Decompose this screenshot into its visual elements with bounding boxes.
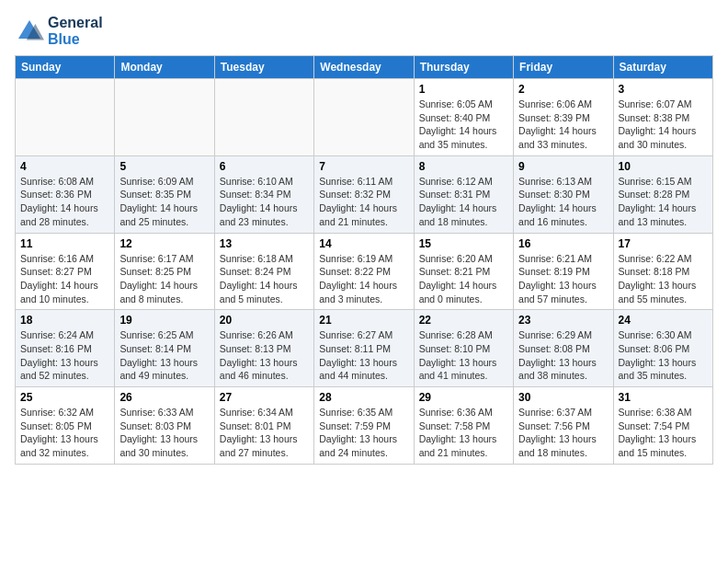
calendar-cell: 6Sunrise: 6:10 AMSunset: 8:34 PMDaylight… — [214, 155, 313, 233]
sunset-text: Sunset: 8:01 PM — [220, 420, 291, 431]
sunrise-text: Sunrise: 6:06 AM — [518, 98, 592, 109]
weekday-header-wednesday: Wednesday — [314, 56, 414, 79]
day-info: Sunrise: 6:11 AMSunset: 8:32 PMDaylight:… — [319, 175, 408, 229]
day-info: Sunrise: 6:20 AMSunset: 8:21 PMDaylight:… — [419, 252, 508, 306]
sunset-text: Sunset: 8:13 PM — [220, 343, 291, 354]
daylight-text: Daylight: 13 hours and 38 minutes. — [518, 357, 597, 382]
daylight-text: Daylight: 14 hours and 10 minutes. — [20, 280, 98, 304]
sunrise-text: Sunrise: 6:17 AM — [119, 253, 193, 264]
sunrise-text: Sunrise: 6:38 AM — [619, 407, 692, 418]
sunset-text: Sunset: 8:39 PM — [518, 112, 590, 123]
sunset-text: Sunset: 7:54 PM — [619, 420, 690, 431]
sunrise-text: Sunrise: 6:09 AM — [119, 176, 193, 187]
daylight-text: Daylight: 13 hours and 27 minutes. — [220, 433, 298, 458]
daylight-text: Daylight: 13 hours and 35 minutes. — [619, 357, 697, 382]
calendar-cell: 29Sunrise: 6:36 AMSunset: 7:58 PMDayligh… — [414, 387, 513, 465]
sunrise-text: Sunrise: 6:15 AM — [619, 176, 692, 187]
day-info: Sunrise: 6:05 AMSunset: 8:40 PMDaylight:… — [419, 98, 508, 152]
calendar-cell: 16Sunrise: 6:21 AMSunset: 8:19 PMDayligh… — [514, 233, 613, 310]
sunset-text: Sunset: 8:27 PM — [20, 266, 92, 277]
calendar-cell — [214, 79, 313, 156]
daylight-text: Daylight: 14 hours and 35 minutes. — [419, 125, 497, 150]
day-number: 30 — [518, 391, 608, 404]
sunrise-text: Sunrise: 6:05 AM — [419, 98, 493, 109]
day-info: Sunrise: 6:37 AMSunset: 7:56 PMDaylight:… — [518, 406, 608, 460]
day-number: 14 — [319, 237, 408, 250]
sunset-text: Sunset: 8:03 PM — [119, 420, 191, 431]
daylight-text: Daylight: 14 hours and 21 minutes. — [319, 202, 397, 227]
day-info: Sunrise: 6:15 AMSunset: 8:28 PMDaylight:… — [619, 175, 708, 229]
sunrise-text: Sunrise: 6:11 AM — [319, 176, 392, 187]
calendar-cell: 15Sunrise: 6:20 AMSunset: 8:21 PMDayligh… — [414, 233, 513, 310]
calendar-cell: 24Sunrise: 6:30 AMSunset: 8:06 PMDayligh… — [613, 310, 712, 387]
daylight-text: Daylight: 13 hours and 21 minutes. — [419, 433, 497, 458]
calendar-cell: 18Sunrise: 6:24 AMSunset: 8:16 PMDayligh… — [16, 310, 115, 387]
sunrise-text: Sunrise: 6:27 AM — [319, 329, 392, 340]
day-number: 11 — [20, 237, 109, 250]
sunrise-text: Sunrise: 6:12 AM — [419, 176, 493, 187]
sunset-text: Sunset: 8:32 PM — [319, 189, 391, 200]
daylight-text: Daylight: 13 hours and 15 minutes. — [619, 433, 697, 458]
calendar-cell: 8Sunrise: 6:12 AMSunset: 8:31 PMDaylight… — [414, 155, 513, 233]
day-number: 26 — [119, 391, 209, 404]
sunrise-text: Sunrise: 6:21 AM — [518, 253, 592, 264]
sunset-text: Sunset: 8:10 PM — [419, 343, 491, 354]
sunset-text: Sunset: 7:59 PM — [319, 420, 391, 431]
weekday-header-thursday: Thursday — [414, 56, 513, 79]
sunset-text: Sunset: 8:14 PM — [119, 343, 191, 354]
sunrise-text: Sunrise: 6:29 AM — [518, 329, 592, 340]
sunrise-text: Sunrise: 6:30 AM — [619, 329, 692, 340]
day-number: 7 — [319, 160, 408, 173]
day-info: Sunrise: 6:22 AMSunset: 8:18 PMDaylight:… — [619, 252, 708, 306]
calendar-cell: 13Sunrise: 6:18 AMSunset: 8:24 PMDayligh… — [214, 233, 313, 310]
calendar-cell — [16, 79, 115, 156]
daylight-text: Daylight: 13 hours and 49 minutes. — [119, 357, 198, 382]
calendar-cell — [115, 79, 214, 156]
day-info: Sunrise: 6:10 AMSunset: 8:34 PMDaylight:… — [220, 175, 309, 229]
calendar-cell: 10Sunrise: 6:15 AMSunset: 8:28 PMDayligh… — [613, 155, 712, 233]
day-number: 2 — [518, 83, 608, 96]
calendar-week-5: 25Sunrise: 6:32 AMSunset: 8:05 PMDayligh… — [16, 387, 713, 465]
logo-icon — [15, 17, 44, 46]
calendar-cell: 19Sunrise: 6:25 AMSunset: 8:14 PMDayligh… — [115, 310, 214, 387]
sunrise-text: Sunrise: 6:07 AM — [619, 98, 692, 109]
daylight-text: Daylight: 13 hours and 18 minutes. — [518, 433, 597, 458]
calendar-week-4: 18Sunrise: 6:24 AMSunset: 8:16 PMDayligh… — [16, 310, 713, 387]
daylight-text: Daylight: 13 hours and 30 minutes. — [119, 433, 198, 458]
day-number: 20 — [220, 314, 309, 327]
sunrise-text: Sunrise: 6:33 AM — [119, 407, 193, 418]
sunset-text: Sunset: 8:24 PM — [220, 266, 291, 277]
calendar-cell — [314, 79, 414, 156]
day-info: Sunrise: 6:29 AMSunset: 8:08 PMDaylight:… — [518, 328, 608, 383]
sunrise-text: Sunrise: 6:16 AM — [20, 253, 94, 264]
sunset-text: Sunset: 7:56 PM — [518, 420, 590, 431]
calendar-cell: 5Sunrise: 6:09 AMSunset: 8:35 PMDaylight… — [115, 155, 214, 233]
day-number: 8 — [419, 160, 508, 173]
sunset-text: Sunset: 8:25 PM — [119, 266, 191, 277]
sunset-text: Sunset: 8:35 PM — [119, 189, 191, 200]
daylight-text: Daylight: 13 hours and 44 minutes. — [319, 357, 397, 382]
day-number: 29 — [419, 391, 508, 404]
daylight-text: Daylight: 14 hours and 33 minutes. — [518, 125, 597, 150]
calendar-cell: 2Sunrise: 6:06 AMSunset: 8:39 PMDaylight… — [514, 79, 613, 156]
day-info: Sunrise: 6:24 AMSunset: 8:16 PMDaylight:… — [20, 328, 109, 383]
weekday-header-tuesday: Tuesday — [214, 56, 313, 79]
day-info: Sunrise: 6:13 AMSunset: 8:30 PMDaylight:… — [518, 175, 608, 229]
weekday-header-monday: Monday — [115, 56, 214, 79]
day-number: 10 — [619, 160, 708, 173]
page-header: General Blue — [15, 15, 713, 48]
calendar-cell: 22Sunrise: 6:28 AMSunset: 8:10 PMDayligh… — [414, 310, 513, 387]
logo-text: General Blue — [48, 15, 103, 48]
day-info: Sunrise: 6:33 AMSunset: 8:03 PMDaylight:… — [119, 406, 209, 460]
day-number: 12 — [119, 237, 209, 250]
calendar-table: SundayMondayTuesdayWednesdayThursdayFrid… — [15, 55, 713, 465]
day-info: Sunrise: 6:07 AMSunset: 8:38 PMDaylight:… — [619, 98, 708, 152]
calendar-week-3: 11Sunrise: 6:16 AMSunset: 8:27 PMDayligh… — [16, 233, 713, 310]
day-number: 27 — [220, 391, 309, 404]
calendar-cell: 31Sunrise: 6:38 AMSunset: 7:54 PMDayligh… — [613, 387, 712, 465]
sunrise-text: Sunrise: 6:37 AM — [518, 407, 592, 418]
sunset-text: Sunset: 8:28 PM — [619, 189, 690, 200]
day-info: Sunrise: 6:27 AMSunset: 8:11 PMDaylight:… — [319, 328, 408, 383]
daylight-text: Daylight: 13 hours and 57 minutes. — [518, 280, 597, 304]
sunset-text: Sunset: 8:40 PM — [419, 112, 491, 123]
